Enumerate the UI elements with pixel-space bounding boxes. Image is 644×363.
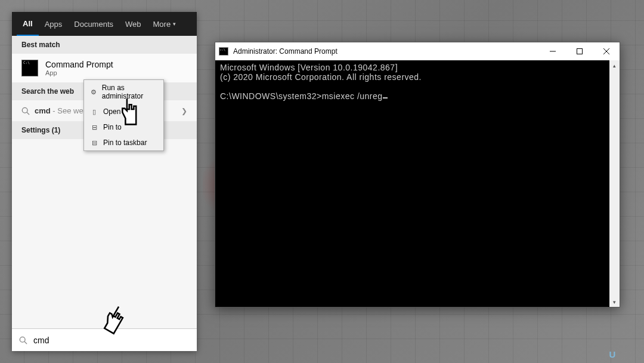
svg-rect-5 [577,49,582,54]
minimize-button[interactable] [539,42,566,60]
best-match-header: Best match [12,36,197,54]
context-menu: ⚙ Run as administrator ▯ Open ⊟ Pin to ⊟… [83,79,164,151]
pin-icon: ⊟ [90,124,98,131]
start-search-panel: All Apps Documents Web More ▾ Best match… [12,12,197,351]
tab-all[interactable]: All [17,12,39,36]
terminal-body[interactable]: Microsoft Windows [Version 10.0.19042.86… [215,60,620,307]
best-match-result[interactable]: Command Prompt App [12,54,197,82]
search-icon [19,336,27,344]
tab-more[interactable]: More ▾ [147,12,182,36]
pin-icon: ⊟ [90,139,98,147]
close-button[interactable] [593,42,620,60]
scroll-down-button[interactable]: ▾ [609,297,620,307]
terminal-line [220,82,615,91]
tab-apps[interactable]: Apps [39,12,69,36]
terminal-line: (c) 2020 Microsoft Corporation. All righ… [220,72,615,82]
svg-point-0 [22,107,27,113]
result-title: Command Prompt [45,60,113,69]
window-title: Administrator: Command Prompt [233,47,338,56]
admin-icon: ⚙ [90,88,97,96]
titlebar[interactable]: Administrator: Command Prompt [215,42,620,60]
chevron-right-icon: ❯ [181,107,187,115]
scrollbar-track[interactable] [609,70,620,297]
run-as-admin-item[interactable]: ⚙ Run as administrator [84,80,163,104]
pin-taskbar-item[interactable]: ⊟ Pin to taskbar [84,135,163,150]
window-controls [539,42,620,60]
pin-start-item[interactable]: ⊟ Pin to [84,119,163,135]
command-prompt-window: Administrator: Command Prompt Microsoft … [215,42,620,307]
tab-web[interactable]: Web [119,12,147,36]
svg-line-1 [27,112,29,115]
search-input[interactable]: cmd [12,328,197,351]
tab-documents[interactable]: Documents [68,12,119,36]
open-location-item[interactable]: ▯ Open [84,104,163,119]
command-prompt-icon [21,60,38,76]
terminal-prompt-line: C:\WINDOWS\system32>msiexec /unreg [220,91,615,101]
search-query-text: cmd [33,336,49,345]
maximize-button[interactable] [566,42,593,60]
terminal-line: Microsoft Windows [Version 10.0.19042.86… [220,63,615,72]
scroll-up-button[interactable]: ▴ [609,60,620,70]
folder-icon: ▯ [90,108,98,116]
search-tabs: All Apps Documents Web More ▾ [12,12,197,36]
svg-line-3 [24,342,27,344]
scrollbar[interactable]: ▴ ▾ [609,60,620,307]
cursor [383,97,388,99]
search-icon [21,107,30,115]
watermark: UFIX [609,349,636,359]
result-subtitle: App [45,69,113,76]
cmd-window-icon [219,47,228,56]
svg-point-2 [20,337,25,342]
